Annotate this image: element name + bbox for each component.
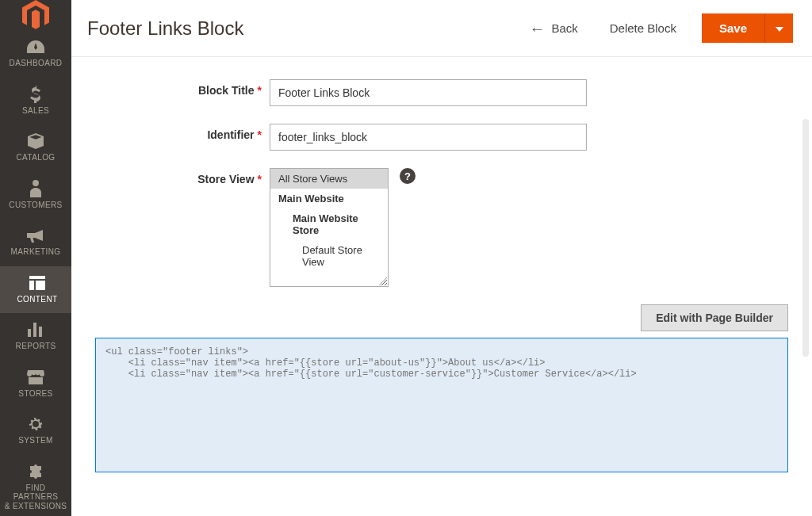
caret-down-icon bbox=[776, 22, 783, 34]
puzzle-icon bbox=[28, 463, 44, 480]
back-button[interactable]: ← Back bbox=[526, 16, 580, 41]
resize-handle-icon[interactable] bbox=[379, 277, 387, 285]
package-icon bbox=[28, 132, 44, 150]
sidebar-item-sales[interactable]: SALES bbox=[0, 78, 71, 125]
sidebar-item-customers[interactable]: CUSTOMERS bbox=[0, 172, 71, 220]
back-label: Back bbox=[551, 21, 577, 35]
delete-label: Delete Block bbox=[610, 21, 676, 35]
edit-page-builder-button[interactable]: Edit with Page Builder bbox=[641, 304, 788, 331]
nav-label: CUSTOMERS bbox=[9, 201, 62, 210]
arrow-left-icon: ← bbox=[529, 21, 545, 36]
block-title-label: Block Title* bbox=[95, 79, 270, 97]
nav-label: CATALOG bbox=[16, 153, 55, 162]
nav-label: SYSTEM bbox=[18, 436, 53, 445]
svg-rect-5 bbox=[39, 327, 42, 337]
gauge-icon bbox=[27, 38, 44, 55]
sidebar-item-reports[interactable]: REPORTS bbox=[0, 313, 71, 361]
sidebar-item-catalog[interactable]: CATALOG bbox=[0, 124, 71, 172]
nav-label: REPORTS bbox=[16, 342, 56, 351]
nav-label: CONTENT bbox=[17, 295, 57, 304]
svg-rect-3 bbox=[28, 329, 31, 337]
page-header: Footer Links Block ← Back Delete Block S… bbox=[71, 0, 812, 57]
delete-block-button[interactable]: Delete Block bbox=[607, 17, 680, 40]
dollar-icon bbox=[30, 86, 41, 103]
store-view-select[interactable]: All Store Views Main Website Main Websit… bbox=[270, 168, 389, 287]
nav-label: FIND PARTNERS & EXTENSIONS bbox=[3, 484, 68, 511]
sidebar-item-partners[interactable]: FIND PARTNERS & EXTENSIONS bbox=[0, 455, 71, 517]
help-icon[interactable]: ? bbox=[400, 168, 416, 184]
store-option[interactable]: Default Store View bbox=[270, 240, 388, 272]
store-option[interactable]: Main Website Store bbox=[270, 208, 388, 240]
nav-label: STORES bbox=[18, 389, 52, 399]
scrollbar[interactable] bbox=[802, 119, 809, 357]
gear-icon bbox=[28, 415, 44, 433]
store-option[interactable]: Main Website bbox=[270, 189, 388, 208]
sidebar-item-dashboard[interactable]: DASHBOARD bbox=[0, 30, 71, 78]
sidebar-item-stores[interactable]: STORES bbox=[0, 361, 71, 408]
nav-label: SALES bbox=[22, 106, 49, 116]
form-content: Block Title* Identifier* Store View* All… bbox=[71, 57, 812, 516]
admin-sidebar: DASHBOARD SALES CATALOG CUSTOMERS MARKET bbox=[0, 0, 71, 516]
sidebar-item-system[interactable]: SYSTEM bbox=[0, 407, 71, 455]
person-icon bbox=[30, 180, 41, 197]
nav-label: DASHBOARD bbox=[10, 59, 63, 68]
svg-rect-4 bbox=[33, 323, 36, 337]
store-view-label: Store View* bbox=[95, 168, 270, 185]
svg-rect-2 bbox=[36, 281, 45, 290]
identifier-input[interactable] bbox=[270, 124, 587, 151]
bars-icon bbox=[28, 321, 44, 338]
layout-icon bbox=[29, 274, 45, 292]
svg-rect-1 bbox=[29, 281, 34, 290]
magento-logo[interactable] bbox=[0, 0, 71, 30]
sidebar-item-marketing[interactable]: MARKETING bbox=[0, 219, 71, 266]
save-dropdown-button[interactable] bbox=[764, 13, 793, 43]
save-button[interactable]: Save bbox=[702, 13, 764, 43]
megaphone-icon bbox=[27, 227, 44, 244]
store-option[interactable]: All Store Views bbox=[270, 169, 388, 189]
field-block-title: Block Title* bbox=[95, 79, 788, 106]
editor-toolbar: Edit with Page Builder bbox=[95, 304, 788, 331]
svg-rect-0 bbox=[29, 276, 45, 279]
store-icon bbox=[27, 369, 44, 386]
identifier-label: Identifier* bbox=[95, 124, 270, 141]
block-title-input[interactable] bbox=[270, 79, 587, 106]
sidebar-item-content[interactable]: CONTENT bbox=[0, 266, 71, 314]
field-identifier: Identifier* bbox=[95, 124, 788, 151]
nav-label: MARKETING bbox=[10, 247, 60, 257]
page-title: Footer Links Block bbox=[84, 17, 243, 40]
save-button-group: Save bbox=[702, 13, 793, 43]
field-store-view: Store View* All Store Views Main Website… bbox=[95, 168, 788, 287]
content-html-editor[interactable]: <ul class="footer links"> <li class="nav… bbox=[95, 338, 788, 472]
